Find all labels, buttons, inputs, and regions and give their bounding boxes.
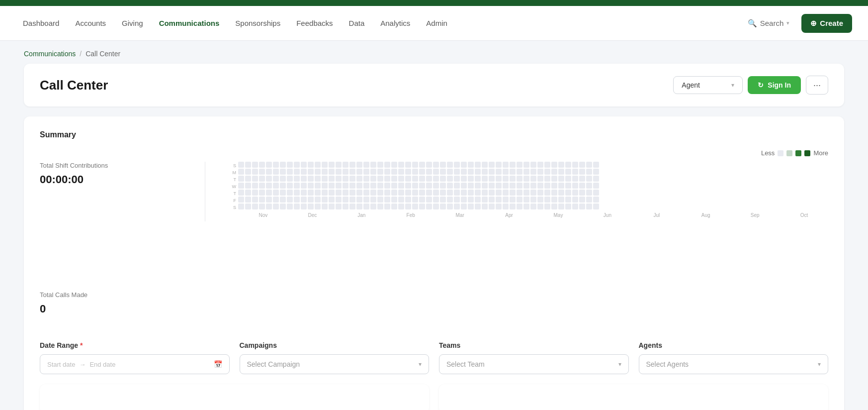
heatmap-week: [349, 162, 355, 210]
agent-dropdown-label: Agent: [682, 81, 700, 89]
signin-button[interactable]: ↻ Sign In: [748, 76, 801, 94]
heatmap-cell: [593, 197, 599, 203]
legend-box-4: [804, 150, 810, 156]
heatmap-week: [551, 162, 557, 210]
nav-item-communications[interactable]: Communications: [152, 15, 227, 31]
heatmap-cell: [322, 190, 328, 196]
teams-dropdown[interactable]: Select Team ▾: [439, 354, 629, 374]
heatmap-cell: [447, 190, 453, 196]
plus-icon: ⊕: [810, 19, 817, 28]
heatmap-cell: [266, 176, 272, 182]
more-options-button[interactable]: ···: [806, 76, 828, 95]
heatmap-cell: [266, 197, 272, 203]
nav-item-accounts[interactable]: Accounts: [68, 15, 113, 31]
heatmap-cell: [530, 183, 536, 189]
heatmap-cell: [363, 204, 369, 209]
heatmap-cell: [245, 162, 251, 168]
heatmap-cell: [384, 162, 390, 168]
heatmap-cell: [558, 190, 564, 196]
heatmap-cell: [259, 176, 265, 182]
heatmap-cell: [468, 190, 474, 196]
heatmap-week: [343, 162, 348, 210]
heatmap-cell: [405, 169, 411, 175]
heatmap-cell: [343, 197, 348, 203]
heatmap-cell: [315, 183, 321, 189]
create-button[interactable]: ⊕ Create: [801, 14, 852, 33]
heatmap-cell: [245, 183, 251, 189]
nav-item-sponsorships[interactable]: Sponsorships: [228, 15, 287, 31]
breadcrumb-link[interactable]: Communications: [24, 50, 76, 58]
search-button[interactable]: 🔍 Search ▾: [742, 15, 796, 32]
heatmap-cell: [294, 162, 300, 168]
heatmap-week: [273, 162, 279, 210]
heatmap-cell: [398, 162, 404, 168]
heatmap-cell: [301, 190, 307, 196]
nav-item-feedbacks[interactable]: Feedbacks: [289, 15, 340, 31]
date-range-input[interactable]: Start date → End date 📅: [40, 354, 230, 374]
heatmap-cell: [482, 162, 488, 168]
heatmap-cell: [433, 169, 439, 175]
nav-item-giving[interactable]: Giving: [115, 15, 150, 31]
date-range-inner: Start date → End date: [47, 361, 115, 368]
nav-item-analytics[interactable]: Analytics: [373, 15, 417, 31]
heatmap-week: [336, 162, 342, 210]
nav-item-data[interactable]: Data: [342, 15, 372, 31]
heatmap-cell: [482, 169, 488, 175]
heatmap-cell: [454, 197, 460, 203]
heatmap-week: [572, 162, 578, 210]
heatmap-cell: [572, 176, 578, 182]
agent-dropdown[interactable]: Agent ▾: [673, 76, 743, 94]
arrow-icon: →: [79, 361, 86, 368]
heatmap-cell: [363, 197, 369, 203]
heatmap-week: [482, 162, 488, 210]
heatmap-cell: [238, 190, 244, 196]
teams-label: Teams: [439, 341, 629, 349]
month-label: Aug: [682, 212, 730, 218]
nav-item-admin[interactable]: Admin: [419, 15, 454, 31]
heatmap-cell: [551, 176, 557, 182]
nav-item-dashboard[interactable]: Dashboard: [16, 15, 66, 31]
campaigns-dropdown[interactable]: Select Campaign ▾: [240, 354, 430, 374]
summary-title: Summary: [40, 130, 828, 139]
heatmap-cell: [315, 162, 321, 168]
day-s2: S: [229, 205, 236, 210]
heatmap-cell: [503, 204, 509, 209]
heatmap-week: [586, 162, 592, 210]
heatmap-cell: [245, 190, 251, 196]
date-range-label: Date Range *: [40, 341, 230, 349]
heatmap-cell: [530, 162, 536, 168]
heatmap-cell: [301, 162, 307, 168]
heatmap-cell: [565, 197, 571, 203]
heatmap-cell: [537, 190, 543, 196]
heatmap-cell: [461, 197, 467, 203]
day-t1: T: [229, 177, 236, 183]
month-label: May: [534, 212, 583, 218]
heatmap-cell: [384, 197, 390, 203]
heatmap-cell: [308, 162, 314, 168]
heatmap-cell: [252, 169, 258, 175]
agents-dropdown[interactable]: Select Agents ▾: [639, 354, 829, 374]
search-icon: 🔍: [748, 19, 757, 28]
day-s1: S: [229, 163, 236, 169]
heatmap-cell: [558, 176, 564, 182]
heatmap-cell: [454, 169, 460, 175]
heatmap-cell: [468, 162, 474, 168]
heatmap-cell: [433, 162, 439, 168]
heatmap-week: [447, 162, 453, 210]
heatmap-cell: [496, 197, 502, 203]
heatmap-cell: [273, 197, 279, 203]
heatmap-cell: [370, 162, 376, 168]
heatmap-cell: [315, 197, 321, 203]
heatmap-cell: [273, 176, 279, 182]
heatmap-cell: [336, 176, 342, 182]
heatmap-cell: [273, 183, 279, 189]
heatmap-cell: [482, 197, 488, 203]
heatmap-cell: [523, 162, 529, 168]
heatmap-cell: [482, 183, 488, 189]
heatmap-cell: [294, 190, 300, 196]
heatmap-cell: [517, 190, 522, 196]
heatmap-cell: [322, 197, 328, 203]
heatmap-cell: [579, 162, 585, 168]
heatmap-week: [426, 162, 432, 210]
heatmap-cell: [363, 176, 369, 182]
